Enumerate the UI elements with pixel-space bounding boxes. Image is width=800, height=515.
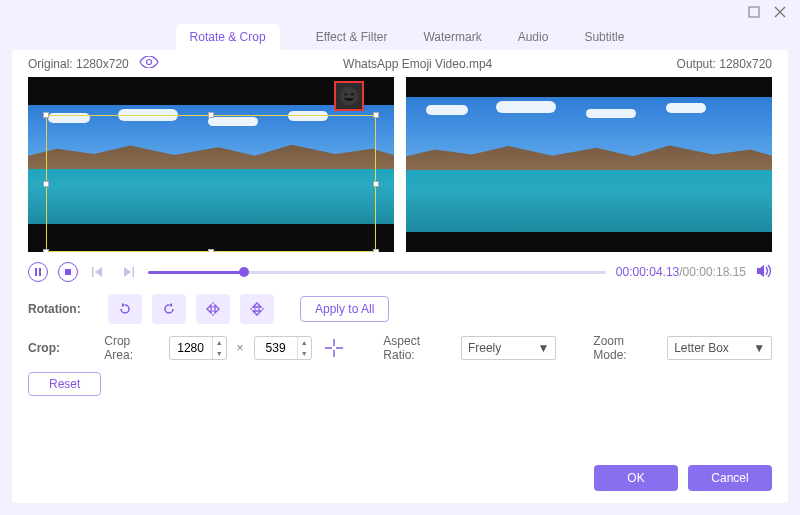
svg-rect-8 <box>92 267 94 277</box>
maximize-icon[interactable] <box>748 6 760 18</box>
output-preview <box>406 77 772 252</box>
crop-height-input[interactable]: ▲▼ <box>254 336 312 360</box>
tab-effect-filter[interactable]: Effect & Filter <box>316 30 388 44</box>
filename-label: WhatsApp Emoji Video.mp4 <box>159 57 677 71</box>
reset-button[interactable]: Reset <box>28 372 101 396</box>
center-crop-button[interactable] <box>322 335 347 361</box>
volume-icon[interactable] <box>756 264 772 281</box>
crop-area-label: Crop Area: <box>104 334 158 362</box>
svg-rect-9 <box>133 267 135 277</box>
svg-point-4 <box>351 93 354 96</box>
rotate-left-button[interactable] <box>108 294 142 324</box>
time-display: 00:00:04.13/00:00:18.15 <box>616 265 746 279</box>
tab-rotate-crop[interactable]: Rotate & Crop <box>176 24 280 50</box>
times-symbol: × <box>237 341 244 355</box>
next-frame-button[interactable] <box>118 262 138 282</box>
svg-point-1 <box>146 60 151 65</box>
spin-up-icon[interactable]: ▲ <box>213 337 226 348</box>
aspect-ratio-label: Aspect Ratio: <box>383 334 451 362</box>
prev-frame-button[interactable] <box>88 262 108 282</box>
crop-label: Crop: <box>28 341 94 355</box>
ok-button[interactable]: OK <box>594 465 678 491</box>
svg-rect-0 <box>749 7 759 17</box>
original-preview[interactable] <box>28 77 394 252</box>
output-dimensions: Output: 1280x720 <box>677 57 772 71</box>
svg-rect-6 <box>39 268 41 276</box>
tab-watermark[interactable]: Watermark <box>423 30 481 44</box>
tab-audio[interactable]: Audio <box>518 30 549 44</box>
original-dimensions: Original: 1280x720 <box>28 57 129 71</box>
flip-horizontal-button[interactable] <box>196 294 230 324</box>
tab-subtitle[interactable]: Subtitle <box>584 30 624 44</box>
crop-selection[interactable] <box>46 115 376 252</box>
svg-rect-5 <box>35 268 37 276</box>
spin-down-icon[interactable]: ▼ <box>298 348 311 359</box>
spin-down-icon[interactable]: ▼ <box>213 348 226 359</box>
aspect-ratio-select[interactable]: Freely▼ <box>461 336 556 360</box>
zoom-mode-select[interactable]: Letter Box▼ <box>667 336 772 360</box>
emoji-overlay[interactable] <box>334 81 364 111</box>
rotation-label: Rotation: <box>28 302 98 316</box>
zoom-mode-label: Zoom Mode: <box>593 334 657 362</box>
eye-icon[interactable] <box>139 56 159 71</box>
cancel-button[interactable]: Cancel <box>688 465 772 491</box>
svg-point-2 <box>340 87 358 105</box>
close-icon[interactable] <box>774 6 786 18</box>
pause-button[interactable] <box>28 262 48 282</box>
crop-width-input[interactable]: ▲▼ <box>169 336 227 360</box>
flip-vertical-button[interactable] <box>240 294 274 324</box>
rotate-right-button[interactable] <box>152 294 186 324</box>
chevron-down-icon: ▼ <box>537 341 549 355</box>
svg-point-3 <box>345 93 348 96</box>
spin-up-icon[interactable]: ▲ <box>298 337 311 348</box>
svg-rect-7 <box>65 269 71 275</box>
editor-tabs: Rotate & Crop Effect & Filter Watermark … <box>0 24 800 50</box>
apply-to-all-button[interactable]: Apply to All <box>300 296 389 322</box>
seek-slider[interactable] <box>148 271 606 274</box>
stop-button[interactable] <box>58 262 78 282</box>
chevron-down-icon: ▼ <box>753 341 765 355</box>
